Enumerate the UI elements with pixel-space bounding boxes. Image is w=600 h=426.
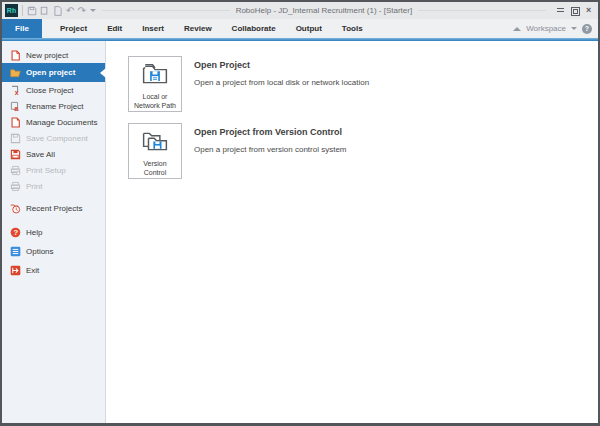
version-control-folder-icon <box>142 130 168 157</box>
copy-icon[interactable] <box>40 6 50 16</box>
sidebar-item-print-setup: Print Setup <box>2 162 105 178</box>
workspace-selector[interactable]: Workspace <box>526 24 566 33</box>
open-project-local-option[interactable]: Local or Network Path Open Project Open … <box>128 56 588 112</box>
manage-documents-icon <box>10 117 21 128</box>
sidebar-item-label: Help <box>26 228 42 237</box>
quick-access-toolbar: Rh ↶ ↷ <box>5 4 96 17</box>
new-document-icon[interactable] <box>53 6 63 16</box>
sidebar-item-label: Print Setup <box>26 166 66 175</box>
menu-tools[interactable]: Tools <box>332 19 373 38</box>
collapse-ribbon-icon[interactable] <box>513 27 521 31</box>
open-project-version-control-option[interactable]: Version Control Open Project from Versio… <box>128 123 588 179</box>
menu-project[interactable]: Project <box>50 19 97 38</box>
sidebar-item-label: Save All <box>26 150 55 159</box>
sidebar-item-new-project[interactable]: New project <box>2 47 105 63</box>
sidebar-item-recent-projects[interactable]: Recent Projects <box>2 200 105 216</box>
help-icon: ? <box>10 227 21 238</box>
menu-review[interactable]: Review <box>174 19 222 38</box>
sidebar-item-open-project[interactable]: Open project <box>2 63 105 82</box>
option-description: Open a project from version control syst… <box>194 145 347 154</box>
sidebar-item-label: Recent Projects <box>26 204 82 213</box>
minimize-icon[interactable] <box>556 6 565 15</box>
svg-text:a: a <box>14 103 19 111</box>
option-title: Open Project <box>194 60 369 70</box>
title-divider <box>418 10 546 11</box>
sidebar-item-save-component: Save Component <box>2 130 105 146</box>
sidebar-item-label: Options <box>26 247 54 256</box>
help-icon[interactable]: ? <box>582 24 592 34</box>
window-title: RoboHelp - JD_Internal Recruitment (1) -… <box>236 6 413 15</box>
sidebar-item-save-all[interactable]: Save All <box>2 146 105 162</box>
new-project-icon <box>10 50 21 61</box>
recent-projects-icon <box>10 203 21 214</box>
sidebar-item-label: Print <box>26 182 42 191</box>
toolbar-separator <box>22 5 23 16</box>
icon-box-label: Local or Network Path <box>132 92 178 110</box>
option-description: Open a project from local disk or networ… <box>194 78 369 87</box>
sidebar-item-label: Exit <box>26 266 39 275</box>
options-icon <box>10 246 21 257</box>
file-menu-content: Local or Network Path Open Project Open … <box>106 41 598 423</box>
toolbar-dropdown-icon[interactable] <box>90 9 96 12</box>
menubar-right: Workspace ? <box>513 19 598 38</box>
sidebar-item-label: Open project <box>26 68 75 77</box>
robohelp-logo-icon: Rh <box>5 4 18 17</box>
sidebar-item-label: Rename Project <box>26 102 83 111</box>
local-network-folder-icon <box>142 63 168 90</box>
option-title: Open Project from Version Control <box>194 127 347 137</box>
sidebar-item-help[interactable]: ? Help <box>2 224 105 240</box>
sidebar-item-label: Save Component <box>26 134 88 143</box>
robohelp-window: Rh ↶ ↷ RoboHelp - JD_Internal Recruitmen… <box>0 0 600 426</box>
window-controls: × <box>556 6 593 15</box>
menu-insert[interactable]: Insert <box>132 19 174 38</box>
svg-text:?: ? <box>13 228 18 237</box>
save-component-icon <box>10 133 21 144</box>
sidebar-item-rename-project[interactable]: a Rename Project <box>2 98 105 114</box>
workspace-dropdown-icon[interactable] <box>571 27 577 30</box>
menu-edit[interactable]: Edit <box>97 19 132 38</box>
rename-project-icon: a <box>10 101 21 112</box>
close-project-icon: x <box>10 85 21 96</box>
exit-icon <box>10 265 21 276</box>
restore-icon[interactable] <box>570 6 579 15</box>
sidebar-item-manage-documents[interactable]: Manage Documents <box>2 114 105 130</box>
option-text: Open Project Open a project from local d… <box>194 56 369 112</box>
file-menu-panel: New project Open project x Close Project… <box>2 41 106 423</box>
icon-box-label: Version Control <box>132 159 178 177</box>
open-project-icon <box>10 67 21 78</box>
menu-collaborate[interactable]: Collaborate <box>222 19 286 38</box>
local-network-path-button[interactable]: Local or Network Path <box>128 56 182 112</box>
print-icon <box>10 181 21 192</box>
option-text: Open Project from Version Control Open a… <box>194 123 347 179</box>
version-control-button[interactable]: Version Control <box>128 123 182 179</box>
menu-items: Project Edit Insert Review Collaborate O… <box>50 19 373 38</box>
menu-output[interactable]: Output <box>286 19 332 38</box>
sidebar-item-label: Close Project <box>26 86 74 95</box>
tab-file[interactable]: File <box>2 19 42 38</box>
sidebar-item-print: Print <box>2 178 105 194</box>
title-bar: Rh ↶ ↷ RoboHelp - JD_Internal Recruitmen… <box>2 2 598 19</box>
redo-icon[interactable]: ↷ <box>77 6 85 16</box>
sidebar-item-label: Manage Documents <box>26 118 98 127</box>
title-divider <box>102 10 230 11</box>
save-icon[interactable] <box>27 6 37 16</box>
close-icon[interactable]: × <box>584 6 593 15</box>
menu-bar: File Project Edit Insert Review Collabor… <box>2 19 598 38</box>
svg-text:x: x <box>15 89 19 96</box>
sidebar-item-close-project[interactable]: x Close Project <box>2 82 105 98</box>
sidebar-item-label: New project <box>26 51 68 60</box>
undo-icon[interactable]: ↶ <box>66 6 74 16</box>
sidebar-item-options[interactable]: Options <box>2 243 105 259</box>
save-all-icon <box>10 149 21 160</box>
print-setup-icon <box>10 165 21 176</box>
sidebar-item-exit[interactable]: Exit <box>2 262 105 278</box>
